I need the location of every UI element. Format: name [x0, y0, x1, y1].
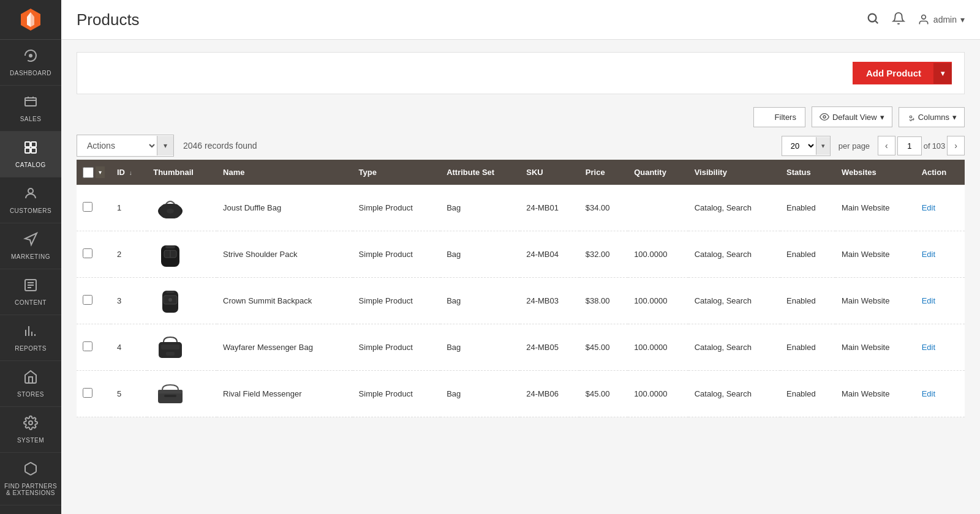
bell-icon[interactable]: [892, 12, 905, 28]
edit-link-5[interactable]: Edit: [922, 389, 935, 398]
pagination: ‹ of 103 ›: [878, 136, 965, 155]
cell-thumbnail: [147, 278, 217, 324]
cell-action: Edit: [916, 185, 965, 231]
cell-attribute-set: Bag: [440, 324, 520, 371]
cell-thumbnail: [147, 324, 217, 371]
cell-quantity: 100.0000: [628, 231, 688, 278]
svg-rect-8: [31, 148, 36, 153]
cell-price: $38.00: [579, 278, 628, 324]
sidebar-item-partners-label: FIND PARTNERS & EXTENSIONS: [3, 483, 58, 496]
col-visibility: Visibility: [688, 160, 780, 185]
sidebar-item-catalog[interactable]: CATALOG: [0, 132, 61, 177]
col-type: Type: [353, 160, 441, 185]
next-page-button[interactable]: ›: [947, 136, 965, 155]
sidebar-item-marketing[interactable]: MARKETING: [0, 223, 61, 269]
cell-attribute-set: Bag: [440, 231, 520, 278]
user-icon: [918, 13, 930, 26]
sidebar-item-system[interactable]: SYSTEM: [0, 407, 61, 453]
filter-icon: [763, 113, 771, 121]
svg-point-12: [869, 13, 876, 21]
grid-controls: Actions ▾ 2046 records found 20 30 50 ▾ …: [77, 135, 965, 157]
per-page-dropdown[interactable]: 20 30 50: [782, 136, 816, 155]
topbar-right: admin ▾: [866, 12, 965, 28]
svg-rect-7: [25, 148, 30, 153]
row-checkbox-5[interactable]: [83, 388, 92, 398]
default-view-button[interactable]: Default View ▾: [812, 106, 892, 127]
svg-point-16: [910, 116, 912, 118]
cell-thumbnail: [147, 371, 217, 417]
row-checkbox-4[interactable]: [83, 341, 92, 351]
col-status: Status: [780, 160, 835, 185]
col-sku: SKU: [520, 160, 579, 185]
actions-dropdown-arrow[interactable]: ▾: [157, 136, 173, 155]
search-icon[interactable]: [866, 12, 880, 28]
id-sort-icon: ↓: [129, 169, 132, 176]
cell-name: Wayfarer Messenger Bag: [217, 324, 353, 371]
table-row: 2 Strive Shoulder Pack Simple Product Ba…: [77, 231, 965, 278]
sidebar-item-stores[interactable]: STORES: [0, 361, 61, 407]
cell-price: $34.00: [579, 185, 628, 231]
add-product-dropdown-arrow[interactable]: ▾: [933, 63, 952, 84]
grid-left: Actions ▾ 2046 records found: [77, 135, 257, 157]
marketing-icon: [23, 232, 38, 250]
add-product-button[interactable]: Add Product ▾: [853, 62, 952, 84]
sidebar-item-dashboard-label: DASHBOARD: [10, 70, 51, 76]
page-number-input[interactable]: [897, 136, 922, 155]
cell-id: 1: [111, 185, 147, 231]
edit-link-3[interactable]: Edit: [922, 296, 935, 305]
system-icon: [23, 415, 38, 434]
cell-status: Enabled: [780, 185, 835, 231]
cell-name: Joust Duffle Bag: [217, 185, 353, 231]
select-dropdown-button[interactable]: ▾: [96, 166, 105, 178]
cell-visibility: Catalog, Search: [688, 324, 780, 371]
per-page-dropdown-arrow[interactable]: ▾: [816, 137, 830, 155]
cell-quantity: 100.0000: [628, 371, 688, 417]
actions-select-container: Actions ▾: [77, 135, 174, 157]
cell-type: Simple Product: [353, 231, 441, 278]
table-row: 1 Joust Duffle Bag Simple Product Bag 24…: [77, 185, 965, 231]
sidebar-logo: [0, 0, 61, 40]
dashboard-icon: [23, 48, 38, 67]
settings-icon: [907, 113, 915, 121]
filters-button[interactable]: Filters: [753, 107, 805, 127]
cell-price: $32.00: [579, 231, 628, 278]
col-name: Name: [217, 160, 353, 185]
col-id[interactable]: ID ↓: [111, 160, 147, 185]
edit-link-2[interactable]: Edit: [922, 250, 935, 259]
sidebar-item-content[interactable]: CONTENT: [0, 269, 61, 315]
columns-button[interactable]: Columns ▾: [899, 107, 965, 127]
sidebar-item-sales[interactable]: SALES: [0, 86, 61, 132]
sidebar-item-partners[interactable]: FIND PARTNERS & EXTENSIONS: [0, 453, 61, 505]
edit-link-4[interactable]: Edit: [922, 343, 935, 352]
edit-link-1[interactable]: Edit: [922, 203, 935, 212]
table-row: 5 Rival Field Messenger Simple Product B…: [77, 371, 965, 417]
cell-action: Edit: [916, 371, 965, 417]
svg-point-3: [29, 54, 32, 58]
cell-status: Enabled: [780, 231, 835, 278]
sidebar-item-catalog-label: CATALOG: [15, 162, 46, 168]
view-dropdown-arrow: ▾: [880, 113, 884, 122]
cell-websites: Main Website: [835, 231, 916, 278]
prev-page-button[interactable]: ‹: [878, 136, 895, 155]
col-action: Action: [916, 160, 965, 185]
cell-name: Strive Shoulder Pack: [217, 231, 353, 278]
row-checkbox-2[interactable]: [83, 248, 92, 258]
sidebar-item-reports[interactable]: REPORTS: [0, 315, 61, 361]
svg-rect-30: [166, 352, 175, 356]
actions-dropdown[interactable]: Actions: [77, 135, 157, 156]
row-checkbox-3[interactable]: [83, 295, 92, 305]
cell-type: Simple Product: [353, 324, 441, 371]
main-area: Products admin ▾ Add Product ▾: [61, 0, 980, 514]
cell-sku: 24-MB05: [520, 324, 579, 371]
columns-dropdown-arrow: ▾: [952, 113, 957, 122]
sidebar-item-dashboard[interactable]: DASHBOARD: [0, 40, 61, 86]
sidebar: DASHBOARD SALES CATALOG CUSTOMERS MARKET…: [0, 0, 61, 514]
user-menu[interactable]: admin ▾: [918, 13, 965, 26]
sidebar-item-customers[interactable]: CUSTOMERS: [0, 177, 61, 223]
select-all-checkbox[interactable]: [83, 167, 94, 178]
svg-point-15: [823, 116, 826, 118]
cell-name: Crown Summit Backpack: [217, 278, 353, 324]
topbar: Products admin ▾: [61, 0, 980, 40]
row-checkbox-1[interactable]: [83, 202, 92, 212]
svg-rect-32: [158, 390, 183, 393]
